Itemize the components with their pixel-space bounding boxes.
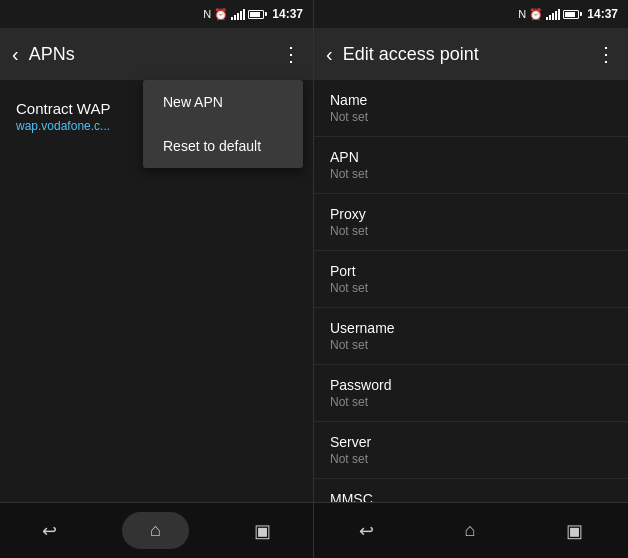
field-port[interactable]: Port Not set xyxy=(314,251,628,308)
edit-fields-list: Name Not set APN Not set Proxy Not set P… xyxy=(314,80,628,502)
field-username-value: Not set xyxy=(330,338,612,352)
left-status-bar: N ⏰ 14:37 xyxy=(0,0,313,28)
right-recents-button[interactable]: ▣ xyxy=(546,512,603,550)
left-more-button[interactable]: ⋮ xyxy=(281,42,301,66)
field-proxy-value: Not set xyxy=(330,224,612,238)
apn-list: Contract WAP wap.vodafone.c... New APN R… xyxy=(0,80,313,502)
field-port-value: Not set xyxy=(330,281,612,295)
field-proxy-label: Proxy xyxy=(330,206,612,222)
left-back-button[interactable]: ‹ xyxy=(12,43,19,66)
field-apn[interactable]: APN Not set xyxy=(314,137,628,194)
field-name-label: Name xyxy=(330,92,612,108)
left-bottom-bar: ↩ ⌂ ▣ xyxy=(0,502,313,558)
right-more-button[interactable]: ⋮ xyxy=(596,42,616,66)
dropdown-menu: New APN Reset to default xyxy=(143,80,303,168)
right-bottom-bar: ↩ ⌂ ▣ xyxy=(314,502,628,558)
field-port-label: Port xyxy=(330,263,612,279)
right-top-bar: ‹ Edit access point ⋮ xyxy=(314,28,628,80)
field-apn-value: Not set xyxy=(330,167,612,181)
right-back-nav-button[interactable]: ↩ xyxy=(339,512,394,550)
right-recents-icon: ▣ xyxy=(566,520,583,542)
field-mmsc-label: MMSC xyxy=(330,491,612,502)
left-recents-button[interactable]: ▣ xyxy=(234,512,291,550)
right-screen-title: Edit access point xyxy=(343,44,586,65)
left-status-time: 14:37 xyxy=(272,7,303,21)
right-home-icon: ⌂ xyxy=(465,520,476,541)
field-username-label: Username xyxy=(330,320,612,336)
right-screen: N ⏰ 14:37 ‹ Edit access point ⋮ Name Not… xyxy=(314,0,628,558)
left-back-nav-button[interactable]: ↩ xyxy=(22,512,77,550)
right-alarm-icon: ⏰ xyxy=(529,8,543,21)
right-back-nav-icon: ↩ xyxy=(359,520,374,542)
left-home-icon: ⌂ xyxy=(150,520,161,541)
battery-icon xyxy=(248,10,264,19)
menu-new-apn[interactable]: New APN xyxy=(143,80,303,124)
left-screen: N ⏰ 14:37 ‹ APNs ⋮ Contract WAP wap.voda… xyxy=(0,0,314,558)
field-password[interactable]: Password Not set xyxy=(314,365,628,422)
signal-icon xyxy=(231,8,245,20)
field-password-label: Password xyxy=(330,377,612,393)
field-server-label: Server xyxy=(330,434,612,450)
left-screen-title: APNs xyxy=(29,44,271,65)
right-back-button[interactable]: ‹ xyxy=(326,43,333,66)
field-server[interactable]: Server Not set xyxy=(314,422,628,479)
right-nfc-icon: N xyxy=(518,8,526,20)
nfc-icon: N xyxy=(203,8,211,20)
right-status-time: 14:37 xyxy=(587,7,618,21)
field-name-value: Not set xyxy=(330,110,612,124)
field-mmsc[interactable]: MMSC Not set xyxy=(314,479,628,502)
left-recents-icon: ▣ xyxy=(254,520,271,542)
field-proxy[interactable]: Proxy Not set xyxy=(314,194,628,251)
field-apn-label: APN xyxy=(330,149,612,165)
right-home-button[interactable]: ⌂ xyxy=(445,512,496,549)
left-home-button[interactable]: ⌂ xyxy=(122,512,189,549)
field-username[interactable]: Username Not set xyxy=(314,308,628,365)
right-battery-icon xyxy=(563,10,579,19)
left-top-bar: ‹ APNs ⋮ xyxy=(0,28,313,80)
menu-reset-default[interactable]: Reset to default xyxy=(143,124,303,168)
right-signal-icon xyxy=(546,8,560,20)
alarm-icon: ⏰ xyxy=(214,8,228,21)
field-password-value: Not set xyxy=(330,395,612,409)
left-back-nav-icon: ↩ xyxy=(42,520,57,542)
right-status-bar: N ⏰ 14:37 xyxy=(314,0,628,28)
field-name[interactable]: Name Not set xyxy=(314,80,628,137)
field-server-value: Not set xyxy=(330,452,612,466)
